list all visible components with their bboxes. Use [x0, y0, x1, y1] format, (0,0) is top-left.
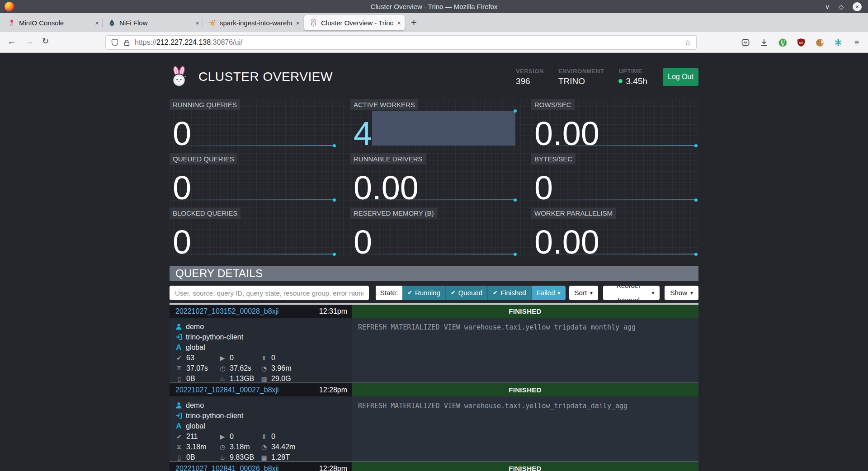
- query-search-input[interactable]: [170, 286, 369, 300]
- stat-sparkline: [185, 145, 335, 146]
- query-id-link[interactable]: 20221027_102841_00026_b8xji: [175, 465, 319, 471]
- cpu-time-icon: ◔: [260, 443, 268, 451]
- downloads-icon[interactable]: [759, 38, 769, 47]
- stat-label: ACTIVE WORKERS: [350, 99, 418, 110]
- stat-tile-running-queries: RUNNING QUERIES 0: [170, 99, 337, 148]
- running-splits: 0: [230, 354, 234, 362]
- url-bar[interactable]: https://212.227.224.138:30876/ui/ ☆: [105, 35, 697, 50]
- queued-splits: 0: [271, 354, 275, 362]
- query-time: 12:28pm: [319, 386, 347, 394]
- completed-splits-icon: ✔: [175, 354, 183, 362]
- tab-close-icon[interactable]: ×: [397, 19, 401, 27]
- state-filter-failed-dropdown[interactable]: Failed▾: [532, 286, 566, 300]
- close-button[interactable]: ×: [853, 2, 862, 11]
- stat-sparkline: [547, 199, 696, 200]
- chevron-down-icon: ▾: [558, 286, 561, 300]
- query-id-link[interactable]: 20221027_103152_00028_b8xji: [175, 307, 319, 316]
- tab-close-icon[interactable]: ×: [95, 19, 99, 27]
- new-tab-button[interactable]: +: [411, 17, 417, 28]
- stat-label: RUNNABLE DRIVERS: [350, 153, 426, 165]
- stat-label: ROWS/SEC: [531, 99, 575, 110]
- state-filter-finished[interactable]: ✔Finished: [488, 286, 532, 300]
- minimize-button[interactable]: ∨: [825, 3, 830, 10]
- user-icon: [175, 402, 182, 409]
- user-icon: [175, 323, 182, 330]
- cpu-time: 3.96m: [271, 364, 291, 372]
- tab-title: MinIO Console: [19, 19, 91, 27]
- reorder-interval-dropdown[interactable]: Reorder Interval▾: [603, 286, 660, 300]
- tab-cluster-overview-trino[interactable]: Cluster Overview - Trino ×: [304, 15, 405, 30]
- tab-close-icon[interactable]: ×: [296, 19, 300, 27]
- stat-label: QUEUED QUERIES: [170, 153, 237, 165]
- current-memory: 0B: [186, 453, 195, 462]
- query-source: trino-python-client: [186, 412, 243, 420]
- tab-close-icon[interactable]: ×: [195, 19, 199, 27]
- tab-minio-console[interactable]: MinIO Console ×: [2, 13, 103, 32]
- wall-time: 3.18m: [186, 443, 206, 451]
- peak-memory: 1.13GB: [230, 375, 254, 383]
- version-block: VERSION 396: [516, 68, 544, 86]
- completed-splits-icon: ✔: [175, 433, 183, 440]
- sparkline-dot: [694, 198, 698, 202]
- tab-spark-notebook[interactable]: spark-ingest-into-warehou ×: [203, 13, 303, 32]
- logout-button[interactable]: Log Out: [663, 68, 698, 86]
- stat-sparkline-area: [372, 111, 515, 146]
- stat-sparkline: [366, 254, 515, 254]
- lock-icon[interactable]: [123, 39, 131, 47]
- source-icon: [175, 334, 182, 340]
- sparkline-dot: [514, 253, 517, 256]
- svg-text:u0: u0: [799, 41, 803, 44]
- query-filter-toolbar: State: ✔Running ✔Queued ✔Finished Failed…: [170, 286, 698, 300]
- queued-splits-icon: Ⅱ: [260, 354, 268, 362]
- elapsed-time: 3.18m: [230, 443, 250, 451]
- query-status-badge: FINISHED: [352, 383, 698, 396]
- hamburger-menu-icon[interactable]: ≡: [852, 38, 862, 47]
- stat-tile-worker-parallelism: WORKER PARALLELISM 0.00: [531, 207, 698, 256]
- current-memory: 0B: [186, 375, 195, 383]
- query-sql-text: REFRESH MATERIALIZED VIEW warehouse.taxi…: [352, 318, 698, 382]
- sort-dropdown[interactable]: Sort▾: [569, 286, 599, 300]
- query-sql-text: REFRESH MATERIALIZED VIEW warehouse.taxi…: [352, 396, 698, 461]
- running-splits-icon: ▶: [219, 433, 226, 440]
- bookmark-star-icon[interactable]: ☆: [684, 38, 691, 47]
- running-splits-icon: ▶: [219, 354, 226, 362]
- stat-sparkline: [185, 254, 335, 254]
- cumulative-memory-icon: ▦: [260, 454, 268, 461]
- check-icon: ✔: [493, 286, 498, 300]
- stat-label: WORKER PARALLELISM: [531, 207, 616, 219]
- elapsed-time-icon: ◷: [219, 365, 226, 372]
- peak-memory-icon: ♨: [219, 375, 226, 382]
- cookie-extension-icon[interactable]: [815, 38, 825, 47]
- privacy-badger-extension-icon[interactable]: [778, 38, 788, 47]
- pocket-icon[interactable]: [741, 38, 750, 47]
- resource-group-icon: A: [175, 422, 182, 431]
- check-icon: ✔: [451, 286, 456, 300]
- reload-button[interactable]: ↻: [42, 36, 49, 46]
- environment-block: ENVIRONMENT TRINO: [558, 68, 604, 86]
- url-text: https://212.227.224.138:30876/ui/: [135, 38, 242, 47]
- sparkline-dot: [333, 253, 336, 256]
- state-filter-queued[interactable]: ✔Queued: [446, 286, 488, 300]
- stat-tile-queued-queries: QUEUED QUERIES 0: [170, 153, 337, 202]
- cpu-time: 34.42m: [271, 443, 295, 451]
- stat-tile-blocked-queries: BLOCKED QUERIES 0: [170, 207, 337, 256]
- forward-button[interactable]: →: [25, 36, 34, 47]
- stat-tile-rows-per-sec: ROWS/SEC 0.00: [531, 99, 698, 148]
- tab-nifi-flow[interactable]: NiFi Flow ×: [103, 13, 203, 32]
- window-titlebar: Cluster Overview - Trino — Mozilla Firef…: [0, 0, 868, 13]
- maximize-button[interactable]: ◇: [839, 3, 844, 10]
- chevron-down-icon: ▾: [690, 286, 693, 300]
- stat-tile-active-workers: ACTIVE WORKERS 4: [350, 99, 518, 148]
- show-dropdown[interactable]: Show▾: [665, 286, 698, 300]
- query-row: 20221027_102841_00026_b8xji 12:28pm FINI…: [170, 462, 698, 471]
- sparkline-dot: [333, 144, 336, 147]
- back-button[interactable]: ←: [7, 36, 16, 47]
- query-id-link[interactable]: 20221027_102841_00027_b8xji: [175, 386, 319, 394]
- uptime-label: UPTIME: [618, 68, 647, 75]
- stat-label: RUNNING QUERIES: [170, 99, 240, 110]
- shield-icon[interactable]: [111, 38, 119, 47]
- state-filter-running[interactable]: ✔Running: [402, 286, 446, 300]
- asterisk-extension-icon[interactable]: [833, 38, 843, 47]
- chevron-down-icon: ▾: [590, 286, 593, 300]
- ublock-origin-extension-icon[interactable]: u0: [796, 38, 806, 47]
